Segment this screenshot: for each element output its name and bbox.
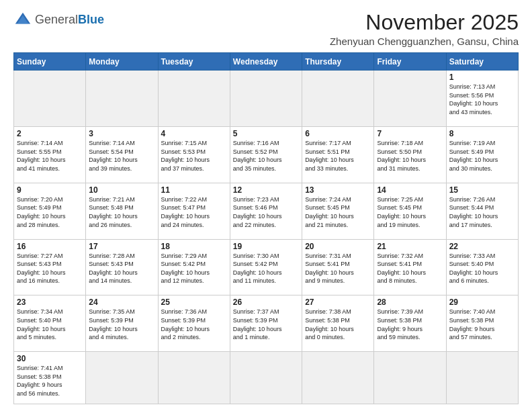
empty-cell — [86, 71, 158, 127]
day-cell: 29Sunrise: 7:40 AM Sunset: 5:38 PM Dayli… — [446, 295, 518, 352]
day-info: Sunrise: 7:20 AM Sunset: 5:49 PM Dayligh… — [17, 195, 83, 229]
day-number: 25 — [161, 298, 227, 307]
day-cell: 4Sunrise: 7:15 AM Sunset: 5:53 PM Daylig… — [158, 126, 230, 183]
day-number: 13 — [305, 185, 371, 195]
day-cell: 15Sunrise: 7:26 AM Sunset: 5:44 PM Dayli… — [446, 183, 518, 239]
empty-cell — [302, 352, 374, 404]
empty-cell — [158, 352, 230, 404]
day-cell: 30Sunrise: 7:41 AM Sunset: 5:38 PM Dayli… — [14, 352, 86, 404]
day-cell: 26Sunrise: 7:37 AM Sunset: 5:39 PM Dayli… — [230, 295, 302, 352]
day-number: 19 — [233, 242, 299, 251]
logo-text: GeneralBlue — [35, 13, 104, 27]
day-info: Sunrise: 7:21 AM Sunset: 5:48 PM Dayligh… — [89, 195, 154, 229]
day-cell: 17Sunrise: 7:28 AM Sunset: 5:43 PM Dayli… — [86, 239, 158, 295]
day-number: 17 — [89, 242, 154, 251]
day-info: Sunrise: 7:37 AM Sunset: 5:39 PM Dayligh… — [233, 308, 299, 341]
day-number: 20 — [305, 242, 371, 251]
title-block: November 2025 Zhenyuan Chengguanzhen, Ga… — [330, 11, 519, 47]
header-tuesday: Tuesday — [158, 53, 230, 71]
day-number: 30 — [17, 354, 83, 363]
weekday-header-row: Sunday Monday Tuesday Wednesday Thursday… — [14, 53, 519, 71]
header-sunday: Sunday — [14, 53, 86, 71]
day-cell: 7Sunrise: 7:18 AM Sunset: 5:50 PM Daylig… — [374, 126, 446, 183]
day-cell: 25Sunrise: 7:36 AM Sunset: 5:39 PM Dayli… — [158, 295, 230, 352]
day-number: 28 — [377, 298, 443, 307]
day-cell: 2Sunrise: 7:14 AM Sunset: 5:55 PM Daylig… — [14, 126, 86, 183]
calendar-row: 2Sunrise: 7:14 AM Sunset: 5:55 PM Daylig… — [14, 126, 519, 183]
day-info: Sunrise: 7:30 AM Sunset: 5:42 PM Dayligh… — [233, 252, 299, 285]
day-number: 26 — [233, 298, 299, 307]
day-info: Sunrise: 7:32 AM Sunset: 5:41 PM Dayligh… — [377, 252, 443, 285]
logo-blue: Blue — [78, 13, 104, 26]
page: GeneralBlue November 2025 Zhenyuan Cheng… — [0, 0, 532, 411]
day-cell: 1Sunrise: 7:13 AM Sunset: 5:56 PM Daylig… — [446, 71, 518, 127]
day-number: 11 — [161, 185, 227, 195]
day-cell: 19Sunrise: 7:30 AM Sunset: 5:42 PM Dayli… — [230, 239, 302, 295]
day-info: Sunrise: 7:13 AM Sunset: 5:56 PM Dayligh… — [449, 83, 515, 116]
day-cell: 28Sunrise: 7:39 AM Sunset: 5:38 PM Dayli… — [374, 295, 446, 352]
day-cell: 22Sunrise: 7:33 AM Sunset: 5:40 PM Dayli… — [446, 239, 518, 295]
day-number: 9 — [17, 185, 83, 195]
day-cell: 11Sunrise: 7:22 AM Sunset: 5:47 PM Dayli… — [158, 183, 230, 239]
day-cell: 23Sunrise: 7:34 AM Sunset: 5:40 PM Dayli… — [14, 295, 86, 352]
empty-cell — [230, 352, 302, 404]
logo-general: General — [35, 13, 78, 26]
header-friday: Friday — [374, 53, 446, 71]
day-info: Sunrise: 7:41 AM Sunset: 5:38 PM Dayligh… — [17, 364, 83, 398]
day-cell: 18Sunrise: 7:29 AM Sunset: 5:42 PM Dayli… — [158, 239, 230, 295]
day-info: Sunrise: 7:14 AM Sunset: 5:54 PM Dayligh… — [89, 139, 154, 173]
day-info: Sunrise: 7:24 AM Sunset: 5:45 PM Dayligh… — [305, 195, 371, 229]
day-number: 18 — [161, 242, 227, 251]
day-number: 3 — [89, 129, 154, 138]
day-info: Sunrise: 7:19 AM Sunset: 5:49 PM Dayligh… — [449, 139, 515, 173]
day-info: Sunrise: 7:25 AM Sunset: 5:45 PM Dayligh… — [377, 195, 443, 229]
day-info: Sunrise: 7:26 AM Sunset: 5:44 PM Dayligh… — [449, 195, 515, 229]
header-wednesday: Wednesday — [230, 53, 302, 71]
day-cell: 8Sunrise: 7:19 AM Sunset: 5:49 PM Daylig… — [446, 126, 518, 183]
day-info: Sunrise: 7:15 AM Sunset: 5:53 PM Dayligh… — [161, 139, 227, 173]
day-number: 21 — [377, 242, 443, 251]
day-cell: 21Sunrise: 7:32 AM Sunset: 5:41 PM Dayli… — [374, 239, 446, 295]
logo: GeneralBlue — [13, 11, 104, 30]
day-info: Sunrise: 7:16 AM Sunset: 5:52 PM Dayligh… — [233, 139, 299, 173]
day-number: 27 — [305, 298, 371, 307]
day-info: Sunrise: 7:18 AM Sunset: 5:50 PM Dayligh… — [377, 139, 443, 173]
day-cell: 9Sunrise: 7:20 AM Sunset: 5:49 PM Daylig… — [14, 183, 86, 239]
location: Zhenyuan Chengguanzhen, Gansu, China — [330, 36, 519, 47]
day-number: 4 — [161, 129, 227, 138]
day-info: Sunrise: 7:22 AM Sunset: 5:47 PM Dayligh… — [161, 195, 227, 229]
empty-cell — [446, 352, 518, 404]
day-number: 29 — [449, 298, 515, 307]
empty-cell — [158, 71, 230, 127]
day-cell: 13Sunrise: 7:24 AM Sunset: 5:45 PM Dayli… — [302, 183, 374, 239]
day-info: Sunrise: 7:36 AM Sunset: 5:39 PM Dayligh… — [161, 308, 227, 341]
empty-cell — [86, 352, 158, 404]
calendar-row: 9Sunrise: 7:20 AM Sunset: 5:49 PM Daylig… — [14, 183, 519, 239]
day-info: Sunrise: 7:27 AM Sunset: 5:43 PM Dayligh… — [17, 252, 83, 285]
day-cell: 16Sunrise: 7:27 AM Sunset: 5:43 PM Dayli… — [14, 239, 86, 295]
day-info: Sunrise: 7:29 AM Sunset: 5:42 PM Dayligh… — [161, 252, 227, 285]
day-info: Sunrise: 7:28 AM Sunset: 5:43 PM Dayligh… — [89, 252, 154, 285]
day-cell: 10Sunrise: 7:21 AM Sunset: 5:48 PM Dayli… — [86, 183, 158, 239]
day-number: 23 — [17, 298, 83, 307]
day-info: Sunrise: 7:23 AM Sunset: 5:46 PM Dayligh… — [233, 195, 299, 229]
month-title: November 2025 — [330, 11, 519, 34]
day-number: 12 — [233, 185, 299, 195]
day-number: 24 — [89, 298, 154, 307]
day-info: Sunrise: 7:38 AM Sunset: 5:38 PM Dayligh… — [305, 308, 371, 341]
empty-cell — [374, 352, 446, 404]
empty-cell — [374, 71, 446, 127]
day-number: 8 — [449, 129, 515, 138]
header: GeneralBlue November 2025 Zhenyuan Cheng… — [13, 11, 519, 47]
day-info: Sunrise: 7:17 AM Sunset: 5:51 PM Dayligh… — [305, 139, 371, 173]
calendar: Sunday Monday Tuesday Wednesday Thursday… — [13, 52, 519, 404]
header-saturday: Saturday — [446, 53, 518, 71]
day-info: Sunrise: 7:34 AM Sunset: 5:40 PM Dayligh… — [17, 308, 83, 341]
day-info: Sunrise: 7:40 AM Sunset: 5:38 PM Dayligh… — [449, 308, 515, 341]
day-number: 5 — [233, 129, 299, 138]
day-cell: 24Sunrise: 7:35 AM Sunset: 5:39 PM Dayli… — [86, 295, 158, 352]
day-info: Sunrise: 7:33 AM Sunset: 5:40 PM Dayligh… — [449, 252, 515, 285]
day-info: Sunrise: 7:31 AM Sunset: 5:41 PM Dayligh… — [305, 252, 371, 285]
empty-cell — [302, 71, 374, 127]
empty-cell — [14, 71, 86, 127]
